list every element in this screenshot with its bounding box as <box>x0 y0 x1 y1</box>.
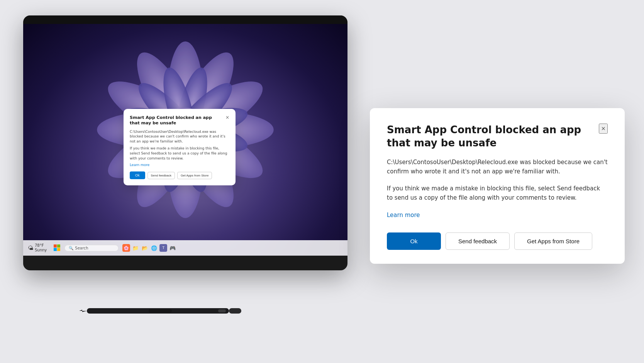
small-dialog-send-feedback-button[interactable]: Send feedback <box>147 172 175 179</box>
search-icon: 🔍 <box>69 246 73 250</box>
svg-rect-29 <box>57 248 60 251</box>
taskbar-icon-edge[interactable]: 🌐 <box>150 244 158 252</box>
stylus <box>79 306 241 317</box>
large-dialog-send-feedback-button[interactable]: Send feedback <box>446 232 510 250</box>
small-dialog-body-1: C:\Users\ContosoUser\Desktop\Relecloud.e… <box>130 129 229 144</box>
tablet-screen: Smart App Control blocked an app that ma… <box>23 24 347 256</box>
weather-condition: Sunny <box>35 248 47 253</box>
start-button[interactable] <box>54 244 61 251</box>
large-dialog-body-text-1: C:\Users\ContosoUser\Desktop\Relecloud.e… <box>387 158 608 176</box>
svg-rect-32 <box>229 308 241 314</box>
search-bar[interactable]: 🔍 Search <box>64 245 119 251</box>
weather-temperature: 78°F <box>35 243 47 248</box>
small-dialog-learn-more-link[interactable]: Learn more <box>130 163 229 167</box>
taskbar: 🌤 78°F Sunny 🔍 Search <box>23 240 347 256</box>
tablet: Smart App Control blocked an app that ma… <box>23 15 355 286</box>
large-dialog-ok-button[interactable]: Ok <box>387 232 441 250</box>
large-dialog-learn-more-link[interactable]: Learn more <box>387 212 608 219</box>
small-dialog-header: Smart App Control blocked an app that ma… <box>130 115 229 126</box>
taskbar-app-icons: 🌸 📁 📂 🌐 T 🎮 <box>122 244 176 252</box>
small-dialog-body-2: If you think we made a mistake in blocki… <box>130 146 229 161</box>
taskbar-icon-folder2[interactable]: 📂 <box>141 244 149 252</box>
large-dialog-close-button[interactable]: × <box>599 124 608 134</box>
small-dialog-actions: Ok Send feedback Get Apps from Store <box>130 171 229 179</box>
stylus-svg <box>79 306 241 316</box>
svg-rect-34 <box>218 309 226 312</box>
large-dialog-get-apps-button[interactable]: Get Apps from Store <box>514 232 592 250</box>
large-dialog-title: Smart App Control blocked an app that ma… <box>387 124 599 150</box>
taskbar-icon-teams[interactable]: T <box>159 244 167 252</box>
small-dialog-get-apps-button[interactable]: Get Apps from Store <box>177 172 212 179</box>
small-dialog-close-button[interactable]: × <box>225 115 229 120</box>
svg-rect-26 <box>54 244 57 248</box>
small-dialog-ok-button[interactable]: Ok <box>130 171 145 179</box>
large-dialog-header: Smart App Control blocked an app that ma… <box>387 124 608 150</box>
large-dialog-body-text-2: If you think we made a mistake in blocki… <box>387 184 608 202</box>
taskbar-icon-explorer[interactable]: 📁 <box>132 244 139 252</box>
large-dialog: Smart App Control blocked an app that ma… <box>370 108 625 264</box>
weather-text: 78°F Sunny <box>35 243 47 253</box>
tablet-body: Smart App Control blocked an app that ma… <box>23 15 347 270</box>
weather-icon: 🌤 <box>28 245 33 251</box>
small-dialog: Smart App Control blocked an app that ma… <box>124 109 236 185</box>
weather-widget: 🌤 78°F Sunny <box>28 243 47 253</box>
svg-rect-28 <box>54 248 57 251</box>
small-dialog-title: Smart App Control blocked an app that ma… <box>130 115 225 126</box>
large-dialog-actions: Ok Send feedback Get Apps from Store <box>387 232 608 250</box>
svg-rect-27 <box>57 244 60 248</box>
svg-marker-31 <box>79 310 87 312</box>
taskbar-icon-xbox[interactable]: 🎮 <box>169 244 176 252</box>
search-placeholder: Search <box>75 246 88 250</box>
svg-rect-33 <box>149 309 172 313</box>
taskbar-icon-photos[interactable]: 🌸 <box>122 244 130 252</box>
